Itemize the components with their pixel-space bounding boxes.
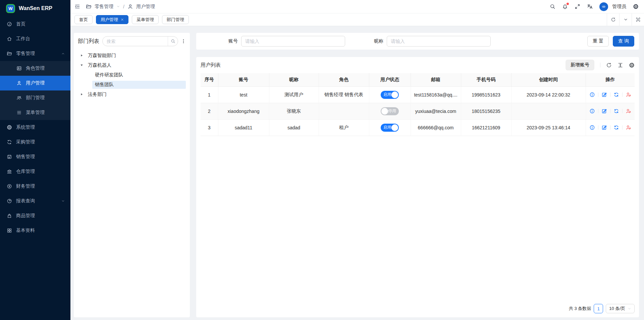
col-status: 用户状态 <box>369 73 411 86</box>
user-list-card: 用户列表 新增账号 <box>196 57 639 317</box>
menu-list-icon <box>16 110 22 115</box>
header-actions: 管理员 <box>550 2 639 11</box>
tab-department-management[interactable]: 部门管理 <box>162 15 189 24</box>
info-icon[interactable] <box>589 108 595 114</box>
edit-icon[interactable] <box>601 125 607 130</box>
reset-password-icon[interactable] <box>613 125 619 130</box>
department-search-button[interactable] <box>168 37 178 46</box>
col-nickname: 昵称 <box>269 73 319 86</box>
sidebar-item-retail[interactable]: 零售管理 <box>0 46 70 61</box>
gear-icon <box>7 125 12 130</box>
info-icon[interactable] <box>589 125 595 130</box>
account-input[interactable] <box>241 36 345 47</box>
sidebar-item-users[interactable]: 用户管理 <box>0 76 70 90</box>
main-area: 零售管理 / 用户管理 管理员 首页 用户管理 <box>70 0 644 320</box>
status-toggle[interactable]: 停用 <box>381 107 399 115</box>
chevron-down-icon[interactable] <box>116 5 120 8</box>
edit-icon[interactable] <box>601 92 607 98</box>
menu-fold-icon[interactable] <box>74 4 80 9</box>
app-logo: W WanSen ERP <box>0 0 70 17</box>
pie-chart-icon <box>7 198 12 204</box>
bank-icon <box>7 169 12 174</box>
gear-icon[interactable] <box>633 4 639 9</box>
reset-password-icon[interactable] <box>613 108 619 114</box>
tab-user-management[interactable]: 用户管理 <box>96 15 128 24</box>
remove-user-icon[interactable] <box>626 92 631 98</box>
toggle-knob <box>381 108 388 115</box>
reset-button[interactable]: 重 置 <box>587 36 609 47</box>
tab-menu-management[interactable]: 菜单管理 <box>132 15 159 24</box>
col-account: 账号 <box>218 73 269 86</box>
dashboard-icon <box>7 21 12 27</box>
tab-home[interactable]: 首页 <box>74 15 93 24</box>
user-icon <box>16 80 22 86</box>
sidebar-item-basic-data[interactable]: 基本资料 <box>0 223 70 238</box>
page-size-select[interactable]: 10 条/页 <box>606 304 635 313</box>
caret-right-icon[interactable] <box>78 54 85 57</box>
gear-icon[interactable] <box>629 62 635 68</box>
translate-icon[interactable] <box>587 4 593 9</box>
filter-buttons: 重 置 查 询 <box>587 36 634 47</box>
column-height-icon[interactable] <box>618 62 623 68</box>
user-table: 序号 账号 昵称 角色 用户状态 邮箱 手机号码 创建时间 操作 <box>201 73 635 136</box>
remove-user-icon[interactable] <box>626 125 631 130</box>
refresh-icon[interactable] <box>606 62 612 68</box>
finance-icon <box>7 184 12 189</box>
info-icon[interactable] <box>589 92 595 98</box>
sidebar-item-system[interactable]: 系统管理 <box>0 120 70 135</box>
sidebar-item-home[interactable]: 首页 <box>0 17 70 31</box>
fullscreen-icon[interactable] <box>575 4 580 9</box>
tree-node-wansen-robot[interactable]: 万森机器人 <box>78 60 186 70</box>
page-number-button[interactable]: 1 <box>594 304 603 313</box>
caret-right-icon[interactable] <box>78 93 85 96</box>
sidebar-item-purchasing[interactable]: 采购管理 <box>0 135 70 149</box>
sales-icon <box>7 154 12 159</box>
department-search-input[interactable] <box>103 39 168 44</box>
tree-node-sales-team[interactable]: 销售团队 <box>78 80 186 89</box>
tree-node-legal-dept[interactable]: 法务部门 <box>78 89 186 99</box>
sidebar-item-workbench[interactable]: 工作台 <box>0 31 70 46</box>
status-toggle[interactable]: 启用 <box>381 124 399 132</box>
sidebar-item-reports[interactable]: 报表查询 <box>0 194 70 208</box>
avatar[interactable] <box>599 2 608 11</box>
chevron-down-icon <box>628 307 631 311</box>
search-icon[interactable] <box>550 4 555 9</box>
sidebar-item-warehouse[interactable]: 仓库管理 <box>0 164 70 179</box>
sidebar-item-departments[interactable]: 部门管理 <box>0 90 70 105</box>
sidebar-item-sales[interactable]: 销售管理 <box>0 149 70 164</box>
reset-password-icon[interactable] <box>613 92 619 98</box>
table-header-row: 序号 账号 昵称 角色 用户状态 邮箱 手机号码 创建时间 操作 <box>201 73 635 86</box>
status-toggle[interactable]: 启用 <box>381 91 399 99</box>
notifications-button[interactable] <box>562 4 568 9</box>
maximize-button[interactable] <box>632 13 644 26</box>
user-list-title: 用户列表 <box>201 62 221 68</box>
tab-options-button[interactable] <box>619 13 632 26</box>
sidebar-item-roles[interactable]: 角色管理 <box>0 61 70 76</box>
breadcrumb-separator: / <box>123 4 124 9</box>
remove-user-icon[interactable] <box>626 108 631 114</box>
table-row: 2 xiaodongzhang 张晓东 停用 yuxiuaa@tecia.com <box>201 103 635 119</box>
add-account-button[interactable]: 新增账号 <box>566 60 594 70</box>
sidebar-item-menus[interactable]: 菜单管理 <box>0 105 70 120</box>
tree-node-hardware-team[interactable]: 硬件研发团队 <box>78 70 186 80</box>
col-index: 序号 <box>201 73 218 86</box>
edit-icon[interactable] <box>601 108 607 114</box>
query-button[interactable]: 查 询 <box>613 36 634 47</box>
close-icon[interactable] <box>121 18 124 21</box>
table-row: 1 test 测试用户 销售经理 销售代表 启用 test1158163a@qq… <box>201 86 635 103</box>
breadcrumb-parent[interactable]: 零售管理 <box>95 4 113 10</box>
sidebar-item-goods[interactable]: 商品管理 <box>0 208 70 223</box>
team-icon <box>16 95 22 101</box>
col-operations: 操作 <box>586 73 635 86</box>
row-operations <box>586 108 635 114</box>
refresh-tab-button[interactable] <box>607 13 619 26</box>
search-icon <box>171 39 175 44</box>
user-name[interactable]: 管理员 <box>612 4 626 10</box>
nickname-input[interactable] <box>387 36 491 47</box>
tree-node-wansen-smart[interactable]: 万森智能部门 <box>78 51 186 60</box>
caret-down-icon[interactable] <box>78 64 85 67</box>
sidebar-item-finance[interactable]: 财务管理 <box>0 179 70 194</box>
chevron-down-icon <box>61 199 65 203</box>
sidebar: W WanSen ERP 首页 工作台 零售管理 角色管理 用户管理 <box>0 0 70 320</box>
department-more-button[interactable] <box>181 39 186 44</box>
